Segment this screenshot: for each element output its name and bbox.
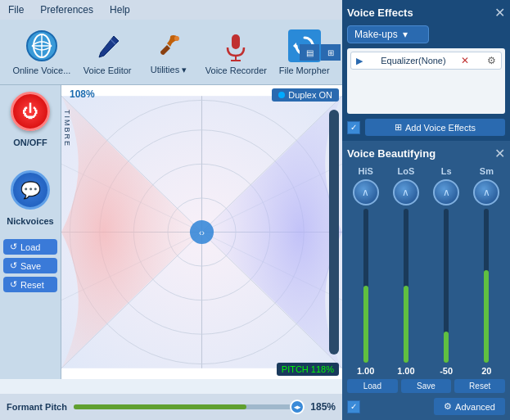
toolbar-utilities[interactable]: Utilities ▾ bbox=[144, 29, 193, 75]
voice-effects-title: Voice Effects bbox=[347, 7, 413, 19]
vb-knob-los[interactable]: ∧ bbox=[393, 179, 419, 205]
view-toggle: ▤ ⊞ bbox=[300, 44, 341, 61]
vb-reset-button[interactable]: Reset bbox=[454, 379, 505, 393]
formant-slider-track[interactable]: ◂▸ bbox=[74, 404, 304, 409]
menu-preferences[interactable]: Preferences bbox=[37, 2, 97, 17]
vb-channel-label-his: HiS bbox=[358, 166, 372, 176]
voice-editor-icon bbox=[91, 29, 124, 62]
on-off-button[interactable]: ⏻ bbox=[11, 92, 50, 131]
vb-slider-fill-ls bbox=[444, 332, 449, 363]
menu-bar: File Preferences Help ▤ ⊞ bbox=[0, 0, 342, 20]
vb-value-sm: 20 bbox=[481, 366, 491, 376]
toolbar-voice-editor[interactable]: Voice Editor bbox=[83, 29, 132, 75]
vb-knob-sm[interactable]: ∧ bbox=[473, 179, 499, 205]
nickvoices-button[interactable]: 💬 bbox=[11, 170, 50, 210]
ve-checkbox[interactable]: ✓ bbox=[347, 121, 360, 134]
svg-text:‹›: ‹› bbox=[199, 228, 205, 237]
voice-beautifying-section: Voice Beautifying ✕ HiS ∧ 1.00 LoS ∧ 1.0… bbox=[342, 141, 510, 420]
menu-help[interactable]: Help bbox=[106, 2, 133, 17]
menu-file[interactable]: File bbox=[5, 2, 27, 17]
voice-effects-chain: ▶ Equalizer(None) ✕ ⚙ bbox=[347, 48, 505, 114]
voice-effects-close[interactable]: ✕ bbox=[494, 5, 505, 20]
add-ve-row: ✓ ⊞ Add Voice Effects bbox=[347, 119, 505, 136]
vb-channel-label-sm: Sm bbox=[480, 166, 494, 176]
load-button[interactable]: ↺ Load bbox=[3, 239, 57, 255]
side-action-buttons: ↺ Load ↺ Save ↺ Reset bbox=[3, 239, 57, 292]
formant-value: 185% bbox=[310, 401, 336, 413]
vb-channel-ls: Ls ∧ -50 bbox=[428, 166, 465, 376]
left-content: ⏻ ON/OFF 💬 Nickvoices ↺ Load ↺ Save ↺ Re… bbox=[0, 85, 342, 379]
vb-slider-fill-los bbox=[404, 286, 408, 363]
add-ve-plus: ⊞ bbox=[395, 122, 402, 133]
add-ve-label: Add Voice Effects bbox=[405, 123, 476, 133]
formant-bar: Formant Pitch ◂▸ 185% bbox=[0, 394, 342, 420]
online-voice-icon bbox=[25, 29, 58, 62]
volume-slider[interactable] bbox=[329, 110, 339, 355]
ve-chain-remove[interactable]: ✕ bbox=[461, 55, 469, 66]
voice-recorder-icon bbox=[219, 29, 252, 62]
vb-footer: ✓ ⚙ Advanced bbox=[347, 398, 505, 415]
toolbar-online-voice[interactable]: Online Voice... bbox=[12, 29, 70, 75]
nickvoices-label: Nickvoices bbox=[7, 216, 53, 226]
add-voice-effects-button[interactable]: ⊞ Add Voice Effects bbox=[365, 119, 505, 136]
duplex-indicator[interactable]: Duplex ON bbox=[272, 88, 339, 102]
advanced-label: Advanced bbox=[455, 402, 495, 412]
vb-save-button[interactable]: Save bbox=[401, 379, 452, 393]
vb-slider-los[interactable] bbox=[404, 209, 408, 363]
ve-chain-item: ▶ Equalizer(None) ✕ ⚙ bbox=[350, 52, 502, 70]
toolbar-voice-recorder-label: Voice Recorder bbox=[205, 65, 267, 75]
makeup-label: Make-ups bbox=[354, 29, 398, 40]
formant-slider-fill bbox=[74, 404, 246, 409]
visualizer-area: ‹› 108% TIMBRE Duplex ON PITCH 118% bbox=[61, 85, 342, 379]
save-label: Save bbox=[20, 261, 41, 271]
advanced-button[interactable]: ⚙ Advanced bbox=[434, 398, 505, 415]
reset-button[interactable]: ↺ Reset bbox=[3, 277, 57, 292]
utilities-icon bbox=[152, 29, 185, 61]
save-button[interactable]: ↺ Save bbox=[3, 258, 57, 273]
load-label: Load bbox=[20, 242, 40, 252]
ve-chain-settings[interactable]: ⚙ bbox=[487, 55, 496, 66]
view-btn-2[interactable]: ⊞ bbox=[321, 44, 341, 61]
side-controls: ⏻ ON/OFF 💬 Nickvoices ↺ Load ↺ Save ↺ Re… bbox=[0, 85, 61, 379]
vb-knob-ls[interactable]: ∧ bbox=[433, 179, 459, 205]
svg-rect-5 bbox=[232, 34, 240, 49]
reset-icon: ↺ bbox=[10, 279, 17, 290]
vb-value-his: 1.00 bbox=[357, 366, 374, 376]
view-btn-1[interactable]: ▤ bbox=[300, 44, 319, 61]
vb-bottom-buttons: Load Save Reset bbox=[347, 379, 505, 393]
save-icon: ↺ bbox=[10, 260, 17, 271]
voice-beautifying-title: Voice Beautifying bbox=[347, 147, 436, 160]
pitch-indicator: PITCH 118% bbox=[277, 363, 339, 376]
right-panel: Voice Effects ✕ Make-ups ▾ ▶ Equalizer(N… bbox=[342, 0, 510, 420]
toolbar-voice-editor-label: Voice Editor bbox=[83, 65, 132, 75]
vb-channel-his: HiS ∧ 1.00 bbox=[347, 166, 384, 376]
toolbar-file-morpher-label: File Morpher bbox=[279, 65, 330, 75]
svg-point-4 bbox=[174, 36, 179, 41]
formant-slider-thumb[interactable]: ◂▸ bbox=[290, 400, 305, 414]
vb-knob-his[interactable]: ∧ bbox=[353, 179, 379, 205]
vb-controls: HiS ∧ 1.00 LoS ∧ 1.00 Ls ∧ bbox=[347, 166, 505, 376]
timbre-percent-label: 108% bbox=[70, 88, 95, 100]
vb-slider-his[interactable] bbox=[363, 209, 368, 363]
vb-slider-fill-sm bbox=[484, 270, 489, 363]
makeup-dropdown[interactable]: Make-ups ▾ bbox=[347, 25, 429, 43]
voice-beautifying-close[interactable]: ✕ bbox=[494, 146, 505, 161]
advanced-icon: ⚙ bbox=[444, 401, 452, 412]
vb-channel-sm: Sm ∧ 20 bbox=[468, 166, 505, 376]
on-off-label: ON/OFF bbox=[13, 138, 47, 147]
vb-channel-los: LoS ∧ 1.00 bbox=[387, 166, 424, 376]
pitch-timbre-visualizer[interactable]: ‹› bbox=[61, 85, 342, 379]
ve-chain-item-label: Equalizer(None) bbox=[381, 56, 445, 65]
vb-slider-ls[interactable] bbox=[444, 209, 449, 363]
voice-effects-header: Voice Effects ✕ bbox=[347, 5, 505, 20]
duplex-dot bbox=[278, 92, 285, 98]
vb-footer-checkbox[interactable]: ✓ bbox=[347, 400, 360, 413]
ve-chain-arrow: ▶ bbox=[356, 56, 363, 66]
vb-channel-label-ls: Ls bbox=[441, 166, 452, 176]
left-panel: File Preferences Help ▤ ⊞ Online Voice..… bbox=[0, 0, 342, 420]
reset-label: Reset bbox=[20, 280, 44, 290]
vb-load-button[interactable]: Load bbox=[347, 379, 398, 393]
toolbar: Online Voice... Voice Editor Utilities ▾ bbox=[0, 20, 342, 85]
toolbar-voice-recorder[interactable]: Voice Recorder bbox=[205, 29, 267, 75]
vb-slider-sm[interactable] bbox=[484, 209, 489, 363]
